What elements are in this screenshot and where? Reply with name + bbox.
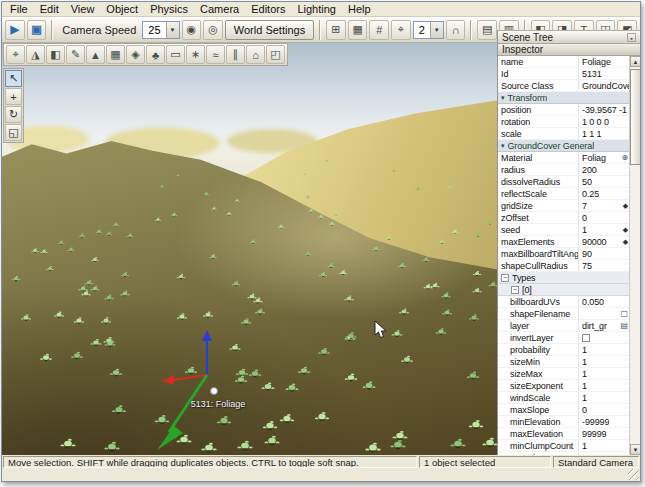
stepper-icon[interactable]: ◆ (623, 202, 628, 210)
forest-editor-icon[interactable]: ♣ (146, 45, 165, 64)
snap-terrain-icon[interactable]: # (369, 20, 389, 40)
menu-item-help[interactable]: Help (342, 2, 377, 17)
prop-value-field[interactable] (578, 452, 629, 455)
foliage-clump (310, 209, 313, 211)
mesh-road-editor-icon[interactable]: ◰ (266, 45, 285, 64)
prop-value-field[interactable]: 1 (578, 356, 629, 367)
prop-value-field[interactable]: 90000◆ (578, 236, 629, 247)
gui-editor-icon[interactable]: ▭ (166, 45, 185, 64)
prop-value-field[interactable]: 0 (578, 404, 629, 415)
material-editor-icon[interactable]: ◧ (46, 45, 65, 64)
particle-editor-icon[interactable]: ∗ (186, 45, 205, 64)
checkbox-invertLayer[interactable] (582, 334, 590, 342)
resize-grip[interactable] (628, 469, 639, 480)
inspector-row-groundcover-general[interactable]: ▾GroundCover General (498, 140, 629, 152)
move-gizmo[interactable] (147, 328, 277, 455)
datablock-editor-icon[interactable]: ▦ (106, 45, 125, 64)
menu-item-file[interactable]: File (4, 2, 34, 17)
decal-editor-icon[interactable]: ◈ (126, 45, 145, 64)
prop-value-field[interactable]: 0 (578, 212, 629, 223)
scale-tool[interactable]: ◱ (5, 124, 22, 141)
menu-item-view[interactable]: View (65, 2, 101, 17)
snap-grid-icon[interactable]: ▦ (348, 20, 368, 40)
prop-value-field[interactable]: 50 (578, 176, 629, 187)
select-arrow-tool[interactable]: ↖ (5, 70, 22, 87)
snap-bounds-icon[interactable]: ⊞ (326, 20, 346, 40)
scrollbar-thumb[interactable] (630, 69, 641, 165)
scroll-up-icon[interactable]: ▲ (630, 56, 641, 67)
prop-value-field[interactable]: GroundCove (578, 80, 629, 91)
prop-value-field[interactable]: -99999 (578, 416, 629, 427)
prop-value-field[interactable]: 1 (578, 344, 629, 355)
prop-value-field[interactable]: 200 (578, 164, 629, 175)
chevron-down-icon[interactable]: ▼ (166, 22, 179, 38)
camera-speed-select[interactable]: 25▼ (142, 21, 179, 39)
collapse-box-icon[interactable]: − (501, 274, 509, 282)
prop-value-field[interactable]: 1 1 1 (578, 128, 629, 139)
camera-icon[interactable]: ◉ (182, 20, 202, 40)
prop-value-field[interactable]: 7◆ (578, 200, 629, 211)
foliage-clump (393, 170, 395, 172)
collapse-box-icon[interactable]: − (511, 286, 519, 294)
prop-value-field[interactable]: 99999 (578, 428, 629, 439)
foliage-clump (48, 267, 52, 270)
prop-value-field[interactable]: 1 0 0 0 (578, 116, 629, 127)
prop-value-field[interactable] (578, 332, 629, 343)
editor-window-icon[interactable]: ▣ (27, 20, 47, 40)
prop-value-field[interactable]: ▢ (578, 308, 629, 319)
status-camera[interactable]: Standard Camera (553, 456, 639, 468)
globe-icon[interactable]: ⊕ (621, 153, 628, 162)
scroll-down-icon[interactable]: ▼ (630, 444, 641, 455)
prop-value-field[interactable]: 5131 (578, 68, 629, 79)
terrain-painter-icon[interactable]: ▲ (86, 45, 105, 64)
grid-snap-size-select[interactable]: 2▼ (413, 21, 444, 39)
river-editor-icon[interactable]: ≈ (206, 45, 225, 64)
prop-value-text: 75 (582, 261, 592, 271)
foliage-clump (114, 223, 117, 225)
prop-value-field[interactable]: dirt_gr▤ (578, 320, 629, 331)
player-view-icon[interactable]: ◎ (203, 20, 223, 40)
inspector-row-types[interactable]: −Types (498, 272, 629, 284)
world-editor-icon[interactable]: ⌖ (6, 45, 25, 64)
terrain-editor-icon[interactable]: ◮ (26, 45, 45, 64)
menu-item-object[interactable]: Object (100, 2, 144, 17)
prop-value-field[interactable]: 1 (578, 368, 629, 379)
move-tool[interactable]: + (5, 88, 22, 105)
scene-tree-header[interactable]: Scene Tree ▪ (498, 31, 640, 44)
prop-value-field[interactable]: 90 (578, 248, 629, 259)
stepper-icon[interactable]: ◆ (623, 226, 628, 234)
sketch-tool-icon[interactable]: ✎ (66, 45, 85, 64)
prop-value-field[interactable]: 75 (578, 260, 629, 271)
rotate-tool[interactable]: ↻ (5, 106, 22, 123)
prop-value-field[interactable]: Foliag⊕ (578, 152, 629, 163)
menu-item-physics[interactable]: Physics (144, 2, 194, 17)
prop-value-field[interactable]: Foliage (578, 56, 629, 67)
menu-item-editors[interactable]: Editors (245, 2, 291, 17)
inspector-scrollbar[interactable]: ▲ ▼ (629, 56, 640, 455)
panel-options-icon[interactable]: ▪ (627, 33, 636, 42)
prop-value-field[interactable]: 1◆ (578, 224, 629, 235)
chevron-down-icon[interactable]: ▼ (430, 22, 443, 38)
world-settings-button[interactable]: World Settings (225, 20, 314, 40)
stepper-icon[interactable]: ◆ (623, 238, 628, 246)
browse-icon[interactable]: ▢ (621, 309, 628, 318)
play-game-icon[interactable]: ▶ (5, 20, 25, 40)
prop-value-field[interactable]: 1 (578, 380, 629, 391)
prop-value-field[interactable]: 0.25 (578, 188, 629, 199)
menu-item-camera[interactable]: Camera (194, 2, 245, 17)
inspector-row-transform[interactable]: ▾Transform (498, 92, 629, 104)
menu-item-edit[interactable]: Edit (34, 2, 65, 17)
soft-snap-icon[interactable]: ∩ (446, 20, 466, 40)
inspector-row--0-[interactable]: −[0] (498, 284, 629, 296)
menu-item-lighting[interactable]: Lighting (291, 2, 342, 17)
prop-value-field[interactable]: 0.050 (578, 296, 629, 307)
layers-icon[interactable]: ▤ (621, 321, 628, 330)
snap-center-icon[interactable]: ⌖ (391, 20, 411, 40)
prop-value-field[interactable]: 1 (578, 440, 629, 451)
prop-value-field[interactable]: 1 (578, 392, 629, 403)
prop-value-field[interactable]: -39.9567 -1 (578, 104, 629, 115)
shape-editor-icon[interactable]: ⌂ (246, 45, 265, 64)
render-solid-icon[interactable]: ▤ (477, 20, 497, 40)
road-editor-icon[interactable]: ∥ (226, 45, 245, 64)
viewport[interactable]: 5131: Foliage (2, 43, 499, 455)
